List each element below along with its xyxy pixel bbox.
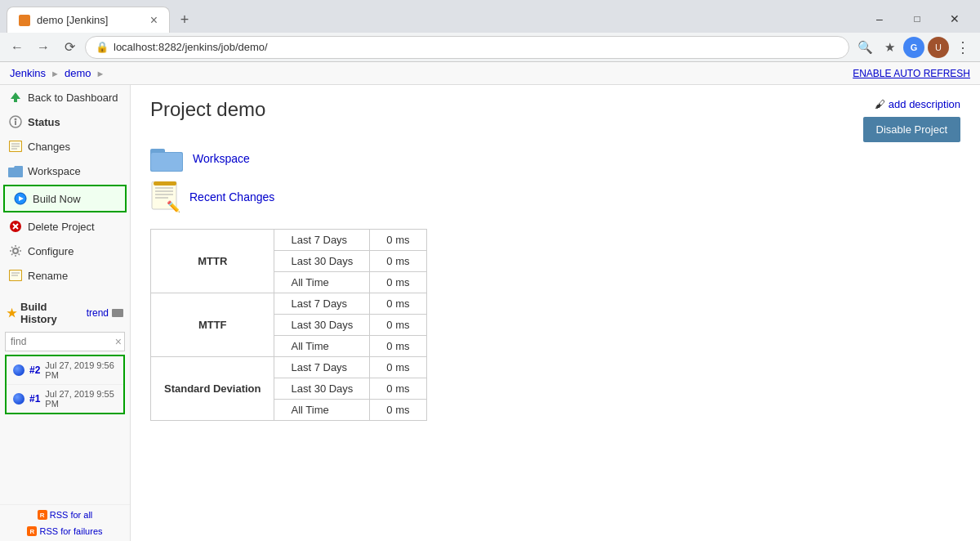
top-right-controls: 🖌 add description Disable Project: [863, 98, 960, 142]
recent-changes-link-row: ✏️ Recent Changes: [150, 181, 960, 212]
build-1-link[interactable]: #1: [29, 393, 40, 405]
breadcrumb: Jenkins ► demo ►: [10, 67, 105, 79]
svg-point-15: [13, 248, 18, 253]
workspace-icon: [8, 163, 23, 178]
tab-title: demo [Jenkins]: [37, 14, 144, 26]
breadcrumb-sep-1: ►: [51, 69, 60, 78]
value-alltime-mttf: 0 ms: [370, 336, 426, 357]
page-title: Project demo: [150, 98, 960, 121]
auto-refresh-link[interactable]: ENABLE AUTO REFRESH: [853, 68, 970, 79]
svg-rect-4: [15, 121, 16, 125]
profile-avatar[interactable]: G: [903, 37, 924, 58]
sidebar-item-build-now[interactable]: Build Now: [3, 185, 127, 212]
address-bar[interactable]: 🔒 localhost:8282/jenkins/job/demo/: [85, 36, 849, 59]
build-now-icon: [13, 191, 28, 206]
menu-button[interactable]: ⋮: [952, 38, 973, 56]
period-alltime-stddev: All Time: [274, 400, 370, 421]
period-last30-stddev: Last 30 Days: [274, 378, 370, 400]
table-row: MTTR Last 7 Days 0 ms: [151, 230, 427, 251]
reload-button[interactable]: ⟳: [59, 37, 80, 58]
rss-failures-icon: R: [27, 526, 37, 536]
build-item-1: #1 Jul 27, 2019 9:55 PM: [7, 385, 123, 413]
forward-button[interactable]: →: [33, 37, 54, 58]
period-last30-mttf: Last 30 Days: [274, 315, 370, 336]
new-tab-button[interactable]: +: [173, 8, 196, 31]
svg-rect-22: [151, 153, 182, 171]
link-section: Workspace ✏️ R: [150, 145, 960, 212]
metric-mttf: MTTF: [151, 293, 274, 357]
breadcrumb-demo[interactable]: demo: [65, 67, 91, 79]
build-2-link[interactable]: #2: [29, 364, 40, 376]
table-row: MTTF Last 7 Days 0 ms: [151, 293, 427, 315]
period-alltime-mttf: All Time: [274, 336, 370, 357]
add-description-link[interactable]: add description: [889, 98, 960, 110]
build-history-header: ★ Build History trend: [5, 297, 125, 329]
sidebar-item-changes[interactable]: Changes: [0, 134, 130, 159]
sidebar-item-rename[interactable]: Rename: [0, 263, 130, 288]
sidebar-item-workspace[interactable]: Workspace: [0, 159, 130, 183]
arrow-up-icon: [8, 90, 23, 105]
maximize-button[interactable]: □: [898, 7, 936, 31]
close-button[interactable]: ✕: [936, 7, 973, 31]
tab-favicon: [19, 15, 30, 26]
sidebar-build-now-label: Build Now: [33, 193, 81, 205]
breadcrumb-jenkins[interactable]: Jenkins: [10, 67, 46, 79]
disable-project-button[interactable]: Disable Project: [863, 117, 960, 142]
status-icon: [8, 114, 23, 129]
trend-link[interactable]: trend: [87, 307, 109, 319]
metric-stddev: Standard Deviation: [151, 357, 274, 421]
build-search-input[interactable]: [5, 332, 125, 351]
trend-bar-icon: [112, 309, 123, 317]
value-last30-mttr: 0 ms: [370, 251, 426, 272]
zoom-button[interactable]: 🔍: [854, 37, 875, 58]
sidebar-item-delete-project[interactable]: Delete Project: [0, 214, 130, 239]
build-item-2: #2 Jul 27, 2019 9:56 PM: [7, 356, 123, 385]
workspace-link-row: Workspace: [150, 145, 960, 172]
pencil-icon: 🖌: [875, 98, 885, 110]
sidebar-item-status[interactable]: Status: [0, 110, 130, 134]
bookmark-button[interactable]: ★: [879, 37, 900, 58]
build-1-date: Jul 27, 2019 9:55 PM: [45, 389, 117, 409]
profile-icon[interactable]: U: [928, 37, 949, 58]
rss-all-link[interactable]: R RSS for all: [38, 510, 93, 520]
breadcrumb-sep-2: ►: [96, 69, 105, 78]
sidebar-configure-label: Configure: [28, 245, 74, 257]
search-clear-icon[interactable]: ×: [115, 335, 122, 348]
value-last30-mttf: 0 ms: [370, 315, 426, 336]
sidebar-item-configure[interactable]: Configure: [0, 239, 130, 263]
svg-rect-28: [154, 181, 176, 186]
sidebar-status-label: Status: [28, 116, 60, 128]
back-button[interactable]: ←: [7, 37, 28, 58]
sidebar-item-back-dashboard[interactable]: Back to Dashboard: [0, 85, 130, 110]
value-alltime-stddev: 0 ms: [370, 400, 426, 421]
table-row: Standard Deviation Last 7 Days 0 ms: [151, 357, 427, 378]
period-last30-mttr: Last 30 Days: [274, 251, 370, 272]
metric-mttr: MTTR: [151, 230, 274, 293]
window-controls: – □ ✕: [861, 7, 973, 31]
build-2-date: Jul 27, 2019 9:56 PM: [45, 360, 117, 380]
recent-changes-link[interactable]: Recent Changes: [189, 190, 274, 203]
build-history-title: ★ Build History: [7, 301, 87, 325]
build-list: #2 Jul 27, 2019 9:56 PM #1 Jul 27, 2019 …: [5, 355, 125, 414]
minimize-button[interactable]: –: [861, 7, 898, 31]
delete-icon: [8, 219, 23, 234]
browser-actions: 🔍 ★ G U ⋮: [854, 37, 973, 58]
configure-icon: [8, 244, 23, 258]
sidebar-rename-label: Rename: [28, 270, 68, 282]
value-last7-mttf: 0 ms: [370, 293, 426, 315]
svg-marker-0: [11, 92, 20, 99]
period-last7-mttr: Last 7 Days: [274, 230, 370, 251]
main-layout: Back to Dashboard Status Changes Workspa…: [0, 85, 980, 541]
workspace-link[interactable]: Workspace: [193, 152, 250, 165]
value-last30-stddev: 0 ms: [370, 378, 426, 400]
rss-failures-link[interactable]: R RSS for failures: [27, 526, 102, 536]
url-text: localhost:8282/jenkins/job/demo/: [114, 41, 268, 53]
browser-tab[interactable]: demo [Jenkins] ×: [7, 7, 170, 33]
folder-icon: [150, 145, 183, 172]
value-last7-mttr: 0 ms: [370, 230, 426, 251]
svg-text:✏️: ✏️: [167, 200, 180, 212]
build-1-status-icon: [13, 393, 24, 405]
tab-close-icon[interactable]: ×: [150, 13, 158, 28]
stats-table: MTTR Last 7 Days 0 ms Last 30 Days 0 ms …: [150, 229, 427, 421]
sidebar-changes-label: Changes: [28, 141, 70, 153]
